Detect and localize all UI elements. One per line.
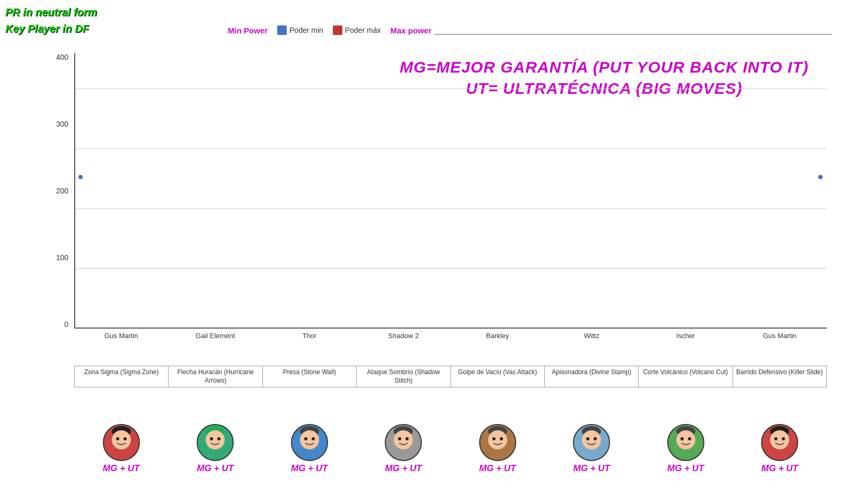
svg-point-32: [676, 430, 695, 449]
avatar-cell-6: MG + UT: [639, 424, 733, 474]
pr-label: PR in neutral form: [5, 6, 97, 19]
chart-area: 0 100 200 300 400 3674403504203273922903…: [42, 53, 827, 360]
svg-point-4: [123, 437, 127, 440]
mg-ut-label-7: MG + UT: [762, 463, 798, 474]
svg-point-2: [112, 430, 131, 449]
top-labels: PR in neutral form Key Player in DF: [5, 6, 97, 35]
svg-point-34: [688, 437, 691, 440]
poder-max-text: Poder máx: [345, 26, 381, 34]
legend-red-box: [333, 25, 342, 35]
x-label-0: Gus Martin: [74, 329, 169, 360]
svg-point-9: [217, 437, 220, 440]
x-label-7: Gus Martin: [733, 329, 827, 360]
avatar-icon-6: [667, 424, 704, 461]
info-cell-3: Ataque Sombrío (Shadow Stitch): [356, 366, 450, 387]
x-label-4: Barkley: [450, 329, 545, 360]
svg-point-39: [782, 437, 785, 440]
legend: Min Power Poder min Poder máx Max power: [228, 25, 431, 35]
svg-point-28: [586, 437, 589, 440]
svg-point-22: [488, 430, 507, 449]
y-label-0: 0: [42, 320, 72, 329]
x-label-6: Ischer: [639, 329, 733, 360]
svg-point-12: [300, 430, 319, 449]
y-label-100: 100: [42, 253, 72, 262]
key-label: Key Player in DF: [5, 23, 97, 35]
avatar-cell-1: MG + UT: [169, 424, 263, 474]
legend-poder-min: Poder min: [277, 25, 323, 35]
x-label-5: Wittz: [545, 329, 639, 360]
mg-ut-label-0: MG + UT: [103, 463, 139, 474]
mg-ut-label-1: MG + UT: [197, 463, 234, 474]
svg-point-14: [312, 437, 315, 440]
avatar-cell-2: MG + UT: [262, 424, 357, 474]
svg-point-7: [206, 430, 225, 449]
mg-ut-label-3: MG + UT: [385, 463, 422, 474]
min-power-label: Min Power: [228, 26, 268, 35]
avatar-cell-7: MG + UT: [733, 424, 827, 474]
svg-point-37: [770, 430, 789, 449]
svg-point-23: [492, 437, 496, 440]
svg-point-38: [774, 437, 778, 440]
svg-point-19: [405, 437, 409, 440]
y-axis: 0 100 200 300 400: [42, 53, 72, 329]
max-power-label: Max power: [391, 26, 432, 35]
info-table: Zona Sigma (Sigma Zone)Flecha Huracán (H…: [74, 366, 827, 387]
avatar-icon-7: [761, 424, 798, 461]
y-label-200: 200: [42, 187, 72, 195]
info-cell-2: Presa (Stone Wall): [262, 366, 356, 387]
bars-container: 3674403504203273922903492883432733282673…: [74, 53, 827, 329]
x-label-3: Shadow 2: [357, 329, 451, 360]
avatar-cell-5: MG + UT: [545, 424, 639, 474]
svg-point-3: [116, 437, 119, 440]
legend-blue-box: [277, 25, 287, 35]
avatar-cell-0: MG + UT: [74, 424, 169, 474]
poder-min-text: Poder min: [289, 26, 323, 34]
x-label-2: Thor: [262, 329, 357, 360]
mg-ut-label-4: MG + UT: [479, 463, 516, 474]
info-cell-4: Golpe de Vacío (Vac Attack): [450, 366, 544, 387]
avatar-cell-3: MG + UT: [357, 424, 451, 474]
avatar-icon-1: [197, 424, 234, 461]
mg-ut-label-2: MG + UT: [291, 463, 328, 474]
x-labels: Gus MartinGail ElementThorShadow 2Barkle…: [74, 329, 827, 360]
legend-line: [435, 34, 832, 35]
avatar-icon-4: [479, 424, 516, 461]
y-label-400: 400: [42, 53, 72, 61]
svg-point-18: [398, 437, 401, 440]
svg-point-33: [681, 437, 684, 440]
svg-point-27: [582, 430, 601, 449]
mg-ut-label-5: MG + UT: [573, 463, 610, 474]
mg-ut-label-6: MG + UT: [667, 463, 704, 474]
avatar-icon-5: [573, 424, 610, 461]
info-cell-1: Flecha Huracán (Hurricane Arrows): [168, 366, 262, 387]
svg-point-8: [210, 437, 213, 440]
avatar-cell-4: MG + UT: [450, 424, 545, 474]
avatar-icon-0: [103, 424, 140, 461]
svg-point-24: [500, 437, 503, 440]
x-label-1: Gail Element: [169, 329, 263, 360]
legend-poder-max: Poder máx: [333, 25, 381, 35]
svg-point-17: [394, 430, 413, 449]
y-label-300: 300: [42, 120, 72, 128]
info-cell-6: Corte Volcánico (Volcano Cut): [638, 366, 732, 387]
avatar-icon-2: [291, 424, 328, 461]
info-cell-0: Zona Sigma (Sigma Zone): [74, 366, 168, 387]
avatar-row: MG + UTMG + UTMG + UTMG + UTMG + UTMG + …: [74, 424, 827, 474]
avatar-icon-3: [385, 424, 422, 461]
info-cell-5: Apisonadora (Divine Stamp): [544, 366, 638, 387]
svg-point-13: [304, 437, 307, 440]
info-cell-7: Barrido Defensivo (Killer Slide): [732, 366, 827, 387]
svg-point-29: [594, 437, 597, 440]
